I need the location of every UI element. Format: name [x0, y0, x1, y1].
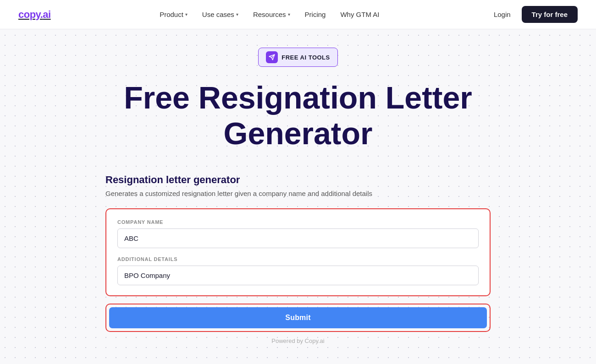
- form-section-title: Resignation letter generator: [105, 174, 491, 186]
- form-section-description: Generates a customized resignation lette…: [105, 190, 491, 197]
- submit-button[interactable]: Submit: [109, 307, 487, 328]
- chevron-down-icon: ▾: [236, 12, 238, 17]
- additional-details-input[interactable]: [117, 266, 479, 285]
- nav-item-why-gtm[interactable]: Why GTM AI: [335, 7, 385, 22]
- powered-by: Powered by Copy.ai: [105, 337, 491, 344]
- nav-item-resources[interactable]: Resources ▾: [248, 7, 296, 22]
- nav-link-usecases[interactable]: Use cases ▾: [197, 7, 244, 22]
- logo[interactable]: copy.ai: [18, 9, 51, 21]
- nav-actions: Login Try for free: [488, 6, 578, 23]
- nav-link-why-gtm[interactable]: Why GTM AI: [335, 7, 385, 22]
- chevron-down-icon: ▾: [288, 12, 290, 17]
- logo-highlight: ai: [43, 9, 50, 20]
- submit-button-wrapper: Submit: [105, 304, 491, 332]
- navbar: copy.ai Product ▾ Use cases ▾ Resources …: [0, 0, 596, 29]
- main-content: FREE AI TOOLS Free Resignation Letter Ge…: [0, 29, 596, 364]
- nav-item-product[interactable]: Product ▾: [154, 7, 193, 22]
- company-name-input[interactable]: [117, 228, 479, 248]
- company-name-label: COMPANY NAME: [117, 219, 479, 225]
- login-link[interactable]: Login: [488, 7, 516, 22]
- chevron-down-icon: ▾: [185, 12, 188, 17]
- free-ai-tools-badge: FREE AI TOOLS: [258, 48, 337, 67]
- nav-link-resources[interactable]: Resources ▾: [248, 7, 296, 22]
- nav-links: Product ▾ Use cases ▾ Resources ▾ Pricin…: [154, 7, 385, 22]
- badge-label: FREE AI TOOLS: [281, 54, 330, 61]
- badge-icon: [266, 51, 278, 63]
- nav-link-pricing[interactable]: Pricing: [299, 7, 331, 22]
- nav-item-pricing[interactable]: Pricing: [299, 7, 331, 22]
- try-free-button[interactable]: Try for free: [522, 6, 578, 23]
- nav-item-usecases[interactable]: Use cases ▾: [197, 7, 244, 22]
- form-section: Resignation letter generator Generates a…: [105, 174, 491, 344]
- logo-text: copy.: [18, 9, 43, 20]
- page-heading: Free Resignation Letter Generator: [124, 80, 472, 151]
- form-card: COMPANY NAME ADDITIONAL DETAILS: [105, 208, 491, 296]
- nav-link-product[interactable]: Product ▾: [154, 7, 193, 22]
- additional-details-label: ADDITIONAL DETAILS: [117, 256, 479, 262]
